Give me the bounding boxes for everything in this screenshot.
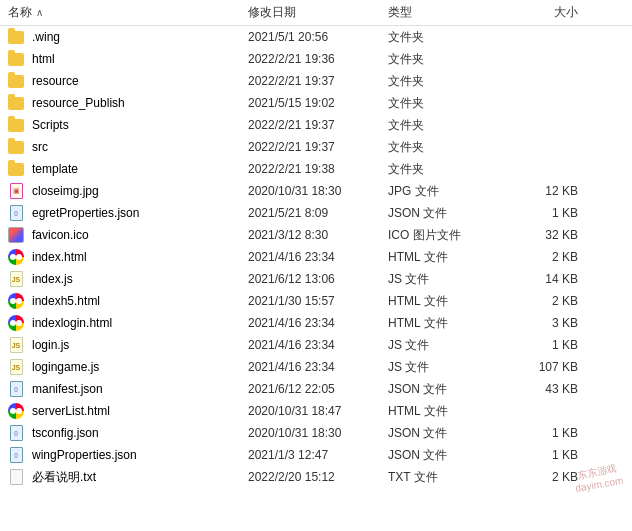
html-icon [8, 249, 24, 265]
file-name: index.html [32, 250, 248, 264]
file-name: closeimg.jpg [32, 184, 248, 198]
table-row[interactable]: resource_Publish2021/5/15 19:02文件夹 [0, 92, 632, 114]
file-size: 1 KB [498, 206, 578, 220]
html-icon [8, 293, 24, 309]
file-size: 14 KB [498, 272, 578, 286]
file-date: 2021/4/16 23:34 [248, 338, 388, 352]
table-row[interactable]: {}wingProperties.json2021/1/3 12:47JSON … [0, 444, 632, 466]
file-type: 文件夹 [388, 117, 498, 134]
folder-icon [8, 141, 24, 154]
table-row[interactable]: JSlogin.js2021/4/16 23:34JS 文件1 KB [0, 334, 632, 356]
file-list[interactable]: .wing2021/5/1 20:56文件夹html2022/2/21 19:3… [0, 26, 632, 531]
folder-icon [8, 53, 24, 66]
file-name: tsconfig.json [32, 426, 248, 440]
json-icon: {} [10, 447, 23, 463]
file-type: JS 文件 [388, 271, 498, 288]
js-icon: JS [10, 359, 23, 375]
folder-icon [8, 75, 24, 88]
table-row[interactable]: indexlogin.html2021/4/16 23:34HTML 文件3 K… [0, 312, 632, 334]
file-date: 2021/4/16 23:34 [248, 316, 388, 330]
jpg-icon: ▣ [10, 183, 23, 199]
file-type: HTML 文件 [388, 249, 498, 266]
table-row[interactable]: index.html2021/4/16 23:34HTML 文件2 KB [0, 246, 632, 268]
file-date: 2020/10/31 18:30 [248, 184, 388, 198]
file-type: HTML 文件 [388, 403, 498, 420]
file-size: 2 KB [498, 294, 578, 308]
file-name: egretProperties.json [32, 206, 248, 220]
file-name: Scripts [32, 118, 248, 132]
file-type: JSON 文件 [388, 447, 498, 464]
table-row[interactable]: html2022/2/21 19:36文件夹 [0, 48, 632, 70]
folder-icon [8, 119, 24, 132]
file-type: JS 文件 [388, 359, 498, 376]
file-size: 1 KB [498, 448, 578, 462]
file-size: 1 KB [498, 426, 578, 440]
file-size: 2 KB [498, 470, 578, 484]
table-row[interactable]: resource2022/2/21 19:37文件夹 [0, 70, 632, 92]
file-type: 文件夹 [388, 161, 498, 178]
name-column-header[interactable]: 名称 ∧ [8, 4, 248, 21]
file-name: wingProperties.json [32, 448, 248, 462]
sort-arrow: ∧ [36, 7, 43, 18]
file-date: 2022/2/21 19:37 [248, 118, 388, 132]
file-type: TXT 文件 [388, 469, 498, 486]
file-type: JSON 文件 [388, 381, 498, 398]
file-type: 文件夹 [388, 51, 498, 68]
folder-icon [8, 97, 24, 110]
file-name: html [32, 52, 248, 66]
file-date: 2021/3/12 8:30 [248, 228, 388, 242]
file-name: manifest.json [32, 382, 248, 396]
type-column-header[interactable]: 类型 [388, 4, 498, 21]
file-name: logingame.js [32, 360, 248, 374]
file-type: JSON 文件 [388, 205, 498, 222]
file-size: 3 KB [498, 316, 578, 330]
folder-icon [8, 163, 24, 176]
txt-icon [10, 469, 23, 485]
table-row[interactable]: src2022/2/21 19:37文件夹 [0, 136, 632, 158]
file-name: favicon.ico [32, 228, 248, 242]
file-type: ICO 图片文件 [388, 227, 498, 244]
file-size: 2 KB [498, 250, 578, 264]
table-row[interactable]: ▣closeimg.jpg2020/10/31 18:30JPG 文件12 KB [0, 180, 632, 202]
file-size: 43 KB [498, 382, 578, 396]
file-date: 2020/10/31 18:47 [248, 404, 388, 418]
table-row[interactable]: 必看说明.txt2022/2/20 15:12TXT 文件2 KB [0, 466, 632, 488]
file-date: 2022/2/21 19:37 [248, 140, 388, 154]
table-row[interactable]: {}egretProperties.json2021/5/21 8:09JSON… [0, 202, 632, 224]
file-type: JPG 文件 [388, 183, 498, 200]
table-row[interactable]: .wing2021/5/1 20:56文件夹 [0, 26, 632, 48]
file-size: 1 KB [498, 338, 578, 352]
column-headers[interactable]: 名称 ∧ 修改日期 类型 大小 [0, 0, 632, 26]
file-type: HTML 文件 [388, 293, 498, 310]
table-row[interactable]: favicon.ico2021/3/12 8:30ICO 图片文件32 KB [0, 224, 632, 246]
table-row[interactable]: template2022/2/21 19:38文件夹 [0, 158, 632, 180]
file-date: 2021/6/12 13:06 [248, 272, 388, 286]
file-date: 2021/5/21 8:09 [248, 206, 388, 220]
json-icon: {} [10, 381, 23, 397]
file-date: 2021/4/16 23:34 [248, 250, 388, 264]
folder-icon [8, 31, 24, 44]
file-date: 2022/2/20 15:12 [248, 470, 388, 484]
table-row[interactable]: {}manifest.json2021/6/12 22:05JSON 文件43 … [0, 378, 632, 400]
file-type: JSON 文件 [388, 425, 498, 442]
file-name: indexh5.html [32, 294, 248, 308]
js-icon: JS [10, 337, 23, 353]
html-icon [8, 315, 24, 331]
file-type: HTML 文件 [388, 315, 498, 332]
table-row[interactable]: JSlogingame.js2021/4/16 23:34JS 文件107 KB [0, 356, 632, 378]
html-icon [8, 403, 24, 419]
file-date: 2021/5/1 20:56 [248, 30, 388, 44]
file-type: JS 文件 [388, 337, 498, 354]
table-row[interactable]: serverList.html2020/10/31 18:47HTML 文件 [0, 400, 632, 422]
file-date: 2021/1/30 15:57 [248, 294, 388, 308]
size-column-header[interactable]: 大小 [498, 4, 578, 21]
file-name: .wing [32, 30, 248, 44]
table-row[interactable]: JSindex.js2021/6/12 13:06JS 文件14 KB [0, 268, 632, 290]
table-row[interactable]: indexh5.html2021/1/30 15:57HTML 文件2 KB [0, 290, 632, 312]
date-column-header[interactable]: 修改日期 [248, 4, 388, 21]
table-row[interactable]: Scripts2022/2/21 19:37文件夹 [0, 114, 632, 136]
table-row[interactable]: {}tsconfig.json2020/10/31 18:30JSON 文件1 … [0, 422, 632, 444]
file-date: 2022/2/21 19:37 [248, 74, 388, 88]
file-name: 必看说明.txt [32, 469, 248, 486]
file-date: 2021/1/3 12:47 [248, 448, 388, 462]
